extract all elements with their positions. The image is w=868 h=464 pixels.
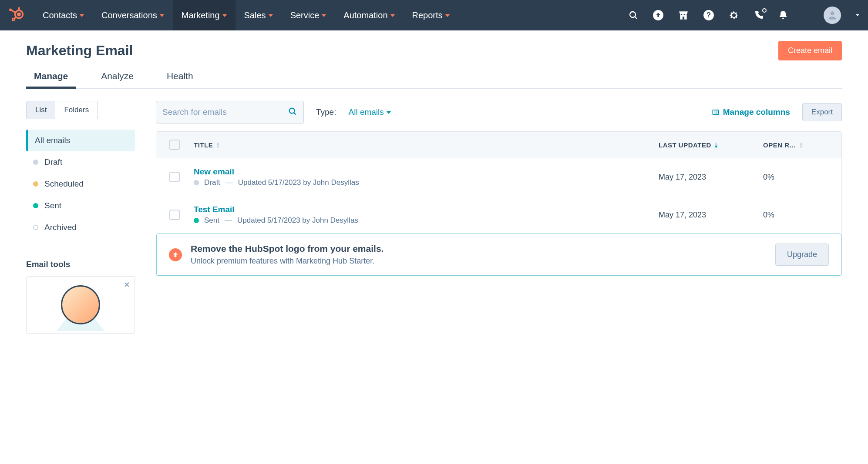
sort-icon: ▲▼ xyxy=(799,141,804,148)
tab-manage[interactable]: Manage xyxy=(26,67,76,88)
email-meta: Updated 5/17/2023 by John Desyllas xyxy=(238,178,359,187)
settings-icon[interactable] xyxy=(728,10,740,21)
filter-scheduled[interactable]: Scheduled xyxy=(26,173,135,195)
col-title[interactable]: TITLE▲▼ xyxy=(194,141,659,149)
upgrade-icon[interactable] xyxy=(653,10,664,21)
tool-illustration-icon xyxy=(61,285,100,324)
tab-health[interactable]: Health xyxy=(159,67,201,88)
select-all-checkbox[interactable] xyxy=(169,140,180,150)
account-menu-caret[interactable] xyxy=(855,13,860,18)
svg-point-16 xyxy=(289,108,295,113)
search-icon[interactable] xyxy=(628,10,639,20)
table-row: New emailDraft—Updated 5/17/2023 by John… xyxy=(156,158,841,196)
user-avatar[interactable] xyxy=(824,7,841,24)
nav-item-conversations[interactable]: Conversations xyxy=(93,0,173,30)
svg-point-8 xyxy=(630,12,636,17)
upgrade-arrow-icon xyxy=(169,248,182,261)
status-filters: All emailsDraftScheduledSentArchived xyxy=(26,130,135,238)
search-box[interactable] xyxy=(156,101,304,124)
filter-all-emails[interactable]: All emails xyxy=(26,130,135,151)
emails-table: TITLE▲▼ LAST UPDATED▲▼ OPEN R…▲▼ New ema… xyxy=(156,131,842,276)
cell-open-rate: 0% xyxy=(763,210,828,220)
manage-columns-link[interactable]: Manage columns xyxy=(712,107,790,117)
upsell-heading: Remove the HubSpot logo from your emails… xyxy=(191,244,384,254)
sort-icon: ▲▼ xyxy=(714,141,719,148)
email-title-link[interactable]: New email xyxy=(194,167,659,177)
status-dot-icon xyxy=(33,225,38,230)
svg-point-0 xyxy=(17,13,21,17)
notifications-icon[interactable] xyxy=(778,10,788,20)
columns-icon xyxy=(712,108,720,116)
nav-item-sales[interactable]: Sales xyxy=(236,0,282,30)
top-nav: ContactsConversationsMarketingSalesServi… xyxy=(0,0,868,30)
filter-label: Archived xyxy=(44,223,77,232)
upgrade-button[interactable]: Upgrade xyxy=(775,244,829,266)
marketplace-icon[interactable] xyxy=(678,10,689,21)
email-status: Draft xyxy=(204,178,220,187)
view-list[interactable]: List xyxy=(27,101,55,119)
filter-draft[interactable]: Draft xyxy=(26,151,135,173)
upsell-body: Unlock premium features with Marketing H… xyxy=(191,257,384,266)
view-folders[interactable]: Folders xyxy=(55,101,98,119)
sort-icon: ▲▼ xyxy=(215,141,220,148)
col-last-updated[interactable]: LAST UPDATED▲▼ xyxy=(659,141,763,149)
search-input[interactable] xyxy=(162,107,288,117)
filter-sent[interactable]: Sent xyxy=(26,195,135,217)
status-dot-icon xyxy=(194,218,199,223)
cell-last-updated: May 17, 2023 xyxy=(659,210,763,220)
email-status: Sent xyxy=(204,216,219,225)
nav-item-reports[interactable]: Reports xyxy=(404,0,458,30)
tab-analyze[interactable]: Analyze xyxy=(93,67,141,88)
create-email-button[interactable]: Create email xyxy=(778,41,842,60)
chevron-down-icon xyxy=(387,111,391,114)
page-title: Marketing Email xyxy=(26,43,133,59)
chevron-down-icon xyxy=(269,14,273,17)
nav-utility-icons: ? xyxy=(628,7,860,24)
chevron-down-icon xyxy=(222,14,227,17)
chevron-down-icon xyxy=(160,14,164,17)
email-title-link[interactable]: Test Email xyxy=(194,205,659,214)
email-meta: Updated 5/17/2023 by John Desyllas xyxy=(237,216,358,225)
nav-menu: ContactsConversationsMarketingSalesServi… xyxy=(34,0,458,30)
manage-columns-label: Manage columns xyxy=(723,107,790,117)
upsell-banner: Remove the HubSpot logo from your emails… xyxy=(156,234,841,276)
export-button[interactable]: Export xyxy=(802,103,842,121)
status-dot-icon xyxy=(33,160,38,165)
search-icon[interactable] xyxy=(288,107,297,118)
table-header: TITLE▲▼ LAST UPDATED▲▼ OPEN R…▲▼ xyxy=(156,132,841,158)
sidebar: List Folders All emailsDraftScheduledSen… xyxy=(26,101,135,334)
svg-rect-12 xyxy=(683,17,684,20)
hubspot-logo-icon[interactable] xyxy=(8,7,24,24)
filter-label: Scheduled xyxy=(44,179,84,189)
phone-icon[interactable] xyxy=(754,10,764,20)
page-tabs: ManageAnalyzeHealth xyxy=(26,67,842,89)
table-row: Test EmailSent—Updated 5/17/2023 by John… xyxy=(156,196,841,234)
nav-item-marketing[interactable]: Marketing xyxy=(173,0,236,30)
view-toggle: List Folders xyxy=(26,101,98,119)
chevron-down-icon xyxy=(322,14,326,17)
cell-last-updated: May 17, 2023 xyxy=(659,173,763,182)
type-label: Type: xyxy=(316,107,336,117)
nav-item-contacts[interactable]: Contacts xyxy=(34,0,93,30)
row-checkbox[interactable] xyxy=(169,172,180,182)
svg-point-3 xyxy=(9,9,12,11)
svg-point-15 xyxy=(831,11,834,15)
chevron-down-icon xyxy=(390,14,395,17)
close-icon[interactable]: ✕ xyxy=(124,280,130,290)
type-filter[interactable]: All emails xyxy=(348,107,390,117)
nav-item-automation[interactable]: Automation xyxy=(335,0,403,30)
filter-label: Sent xyxy=(44,201,61,210)
row-checkbox[interactable] xyxy=(169,210,180,220)
filter-label: Draft xyxy=(44,157,62,167)
svg-point-7 xyxy=(12,19,14,21)
nav-item-service[interactable]: Service xyxy=(282,0,335,30)
divider xyxy=(26,249,135,249)
help-icon[interactable]: ? xyxy=(703,10,714,21)
main-panel: Type: All emails Manage columns Export T… xyxy=(156,101,842,334)
filter-archived[interactable]: Archived xyxy=(26,217,135,238)
chevron-down-icon xyxy=(445,14,450,17)
svg-text:?: ? xyxy=(707,11,711,19)
col-open-rate[interactable]: OPEN R…▲▼ xyxy=(763,141,828,149)
email-tool-card: ✕ xyxy=(26,276,135,334)
svg-point-5 xyxy=(18,7,20,10)
